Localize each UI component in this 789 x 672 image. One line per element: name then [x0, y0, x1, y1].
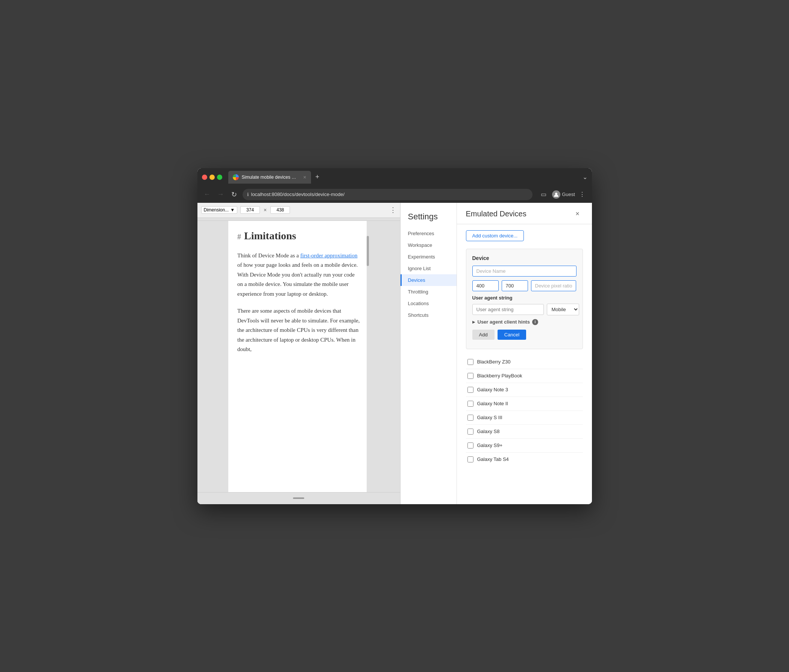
- address-bar: ← → ↻ ℹ localhost:8080/docs/devtools/dev…: [197, 186, 592, 203]
- device-name-input[interactable]: [472, 266, 577, 277]
- device-name: Galaxy S III: [477, 414, 502, 420]
- browser-content-panel: Dimension... ▼ × ⋮ # Limitations: [197, 203, 401, 504]
- device-checkbox-galaxy-s8[interactable]: [468, 429, 473, 435]
- client-hints-label: User agent client hints: [478, 319, 530, 325]
- ua-row: Mobile Desktop Tablet: [472, 304, 577, 315]
- sidebar-toggle-button[interactable]: ▭: [538, 189, 549, 200]
- width-input[interactable]: [240, 206, 260, 214]
- sidebar-item-locations[interactable]: Locations: [401, 298, 457, 309]
- browser-menu-button[interactable]: ⋮: [577, 189, 588, 200]
- sidebar-item-devices[interactable]: Devices: [401, 274, 457, 286]
- traffic-lights: [202, 174, 222, 180]
- hash-char: #: [237, 232, 241, 241]
- tabs-area: Simulate mobile devices with D × + ⌄: [228, 171, 588, 184]
- device-checkbox-galaxy-note-2[interactable]: [468, 401, 473, 407]
- sidebar-item-throttling[interactable]: Throttling: [401, 286, 457, 298]
- info-icon: ℹ: [247, 192, 249, 197]
- settings-title: Settings: [401, 209, 457, 228]
- sidebar-item-ignore-list[interactable]: Ignore List: [401, 262, 457, 274]
- dimension-separator: ×: [264, 207, 267, 213]
- settings-sidebar: Settings Preferences Workspace Experimen…: [401, 203, 457, 504]
- expand-hints-button[interactable]: ▶: [472, 320, 475, 324]
- back-button[interactable]: ←: [202, 189, 212, 200]
- url-full: :8080/docs/devtools/device-mode/: [270, 192, 345, 197]
- close-window-button[interactable]: [202, 174, 207, 180]
- list-item: Galaxy Tab S4: [466, 453, 583, 466]
- more-options-button[interactable]: ⋮: [390, 206, 396, 214]
- device-name: Galaxy Tab S4: [477, 456, 509, 462]
- device-name: Galaxy S8: [477, 429, 500, 434]
- active-tab[interactable]: Simulate mobile devices with D ×: [228, 171, 311, 184]
- sidebar-item-preferences[interactable]: Preferences: [401, 228, 457, 239]
- list-item: Galaxy S9+: [466, 439, 583, 453]
- page-heading: # Limitations: [237, 230, 360, 242]
- device-name: Galaxy S9+: [477, 443, 503, 448]
- dimension-label: Dimension...: [204, 207, 229, 213]
- page-bottom-bar: [197, 492, 400, 504]
- drag-handle[interactable]: [293, 498, 304, 499]
- url-prefix: localhost: [251, 192, 270, 197]
- device-list: BlackBerry Z30 Blackberry PlayBook Galax…: [466, 355, 583, 466]
- chrome-favicon-icon: [233, 174, 239, 180]
- dimension-select[interactable]: Dimension... ▼: [201, 206, 238, 214]
- add-button[interactable]: Add: [472, 330, 495, 340]
- sidebar-item-shortcuts[interactable]: Shortcuts: [401, 309, 457, 321]
- profile-label[interactable]: Guest: [563, 189, 574, 200]
- maximize-window-button[interactable]: [217, 174, 222, 180]
- browser-window: Simulate mobile devices with D × + ⌄ ← →…: [197, 168, 592, 504]
- main-content: Dimension... ▼ × ⋮ # Limitations: [197, 203, 592, 504]
- tab-title: Simulate mobile devices with D: [242, 174, 299, 180]
- list-item: Galaxy Note 3: [466, 383, 583, 397]
- sidebar-item-experiments[interactable]: Experiments: [401, 251, 457, 262]
- chevron-down-icon: ▼: [230, 207, 235, 213]
- scrollbar-thumb[interactable]: [367, 236, 369, 266]
- url-bar[interactable]: ℹ localhost:8080/docs/devtools/device-mo…: [243, 189, 532, 200]
- device-checkbox-blackberry-z30[interactable]: [468, 359, 473, 365]
- device-form-title: Device: [472, 255, 577, 261]
- page-scroll-indicator: [197, 218, 400, 221]
- paragraph-1: Think of Device Mode as a first-order ap…: [237, 251, 360, 299]
- device-checkbox-blackberry-playbook[interactable]: [468, 373, 473, 379]
- list-item: Galaxy S8: [466, 425, 583, 439]
- settings-section-title: Emulated Devices: [466, 210, 527, 218]
- list-item: Galaxy S III: [466, 411, 583, 425]
- refresh-button[interactable]: ↻: [229, 189, 240, 200]
- tab-close-button[interactable]: ×: [303, 174, 306, 180]
- first-order-link[interactable]: first-order approximation: [300, 253, 357, 259]
- ua-type-select[interactable]: Mobile Desktop Tablet: [547, 304, 579, 315]
- minimize-window-button[interactable]: [209, 174, 215, 180]
- sidebar-item-workspace[interactable]: Workspace: [401, 239, 457, 251]
- info-icon[interactable]: i: [532, 319, 538, 325]
- height-input[interactable]: [270, 206, 290, 214]
- scrollbar[interactable]: [367, 221, 369, 492]
- device-form: Device User agent string: [466, 249, 583, 349]
- title-bar: Simulate mobile devices with D × + ⌄: [197, 168, 592, 186]
- device-checkbox-galaxy-note-3[interactable]: [468, 387, 473, 393]
- url-text: localhost:8080/docs/devtools/device-mode…: [251, 192, 345, 197]
- paragraph-2: There are some aspects of mobile devices…: [237, 306, 360, 354]
- device-dimensions-row: [472, 280, 577, 291]
- tab-menu-button[interactable]: ⌄: [583, 173, 588, 181]
- page-content: # Limitations Think of Device Mode as a …: [228, 221, 369, 371]
- close-settings-button[interactable]: ×: [572, 209, 583, 219]
- add-custom-device-button[interactable]: Add custom device...: [466, 230, 524, 241]
- forward-button[interactable]: →: [216, 189, 226, 200]
- device-checkbox-galaxy-tab-s4[interactable]: [468, 456, 473, 462]
- cancel-button[interactable]: Cancel: [498, 330, 526, 340]
- device-name: Galaxy Note II: [477, 401, 508, 406]
- ua-string-input[interactable]: [472, 304, 544, 315]
- new-tab-button[interactable]: +: [313, 171, 323, 182]
- list-item: BlackBerry Z30: [466, 355, 583, 369]
- device-checkbox-galaxy-s9-plus[interactable]: [468, 443, 473, 448]
- device-height-input[interactable]: [502, 280, 528, 291]
- device-name-row: [472, 266, 577, 277]
- settings-content: Emulated Devices × Add custom device... …: [457, 203, 592, 504]
- device-name: BlackBerry Z30: [477, 359, 511, 365]
- settings-header: Emulated Devices ×: [457, 203, 592, 224]
- device-width-input[interactable]: [472, 280, 499, 291]
- device-pixel-ratio-input[interactable]: [531, 280, 576, 291]
- avatar: [552, 190, 561, 198]
- page-frame: # Limitations Think of Device Mode as a …: [228, 221, 369, 492]
- heading-text: Limitations: [244, 230, 296, 242]
- device-checkbox-galaxy-s3[interactable]: [468, 414, 473, 421]
